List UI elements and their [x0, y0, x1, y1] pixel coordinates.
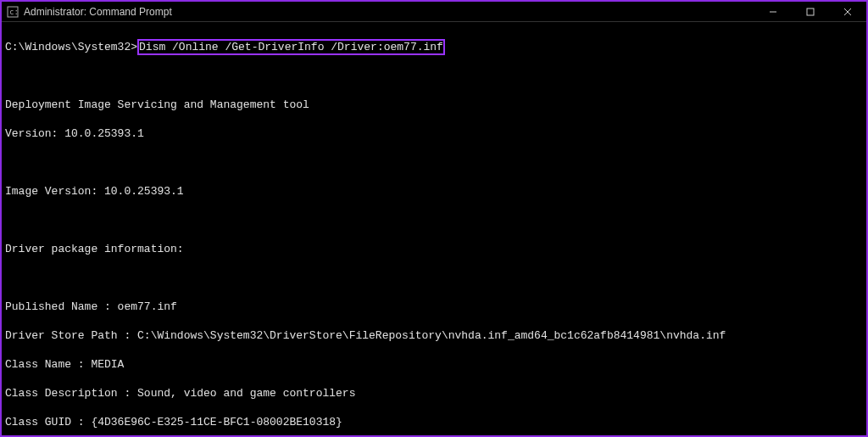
- window-titlebar: c:\ Administrator: Command Prompt: [2, 2, 866, 22]
- blank-line: [5, 271, 863, 285]
- tool-name: Deployment Image Servicing and Managemen…: [5, 98, 863, 112]
- minimize-button[interactable]: [754, 2, 792, 22]
- window-controls: [754, 2, 866, 22]
- tool-version: Version: 10.0.25393.1: [5, 126, 863, 141]
- close-button[interactable]: [829, 2, 866, 22]
- prompt-path: C:\Windows\System32>: [5, 41, 137, 53]
- window-title: Administrator: Command Prompt: [24, 6, 754, 18]
- published-name: Published Name : oem77.inf: [5, 300, 863, 314]
- image-version: Image Version: 10.0.25393.1: [5, 184, 863, 199]
- svg-text:c:\: c:\: [9, 8, 19, 16]
- class-guid: Class GUID : {4D36E96C-E325-11CE-BFC1-08…: [5, 415, 863, 429]
- blank-line: [5, 155, 863, 170]
- section-header: Driver package information:: [5, 242, 863, 256]
- terminal-output[interactable]: C:\Windows\System32>Dism /Online /Get-Dr…: [2, 22, 866, 437]
- blank-line: [5, 213, 863, 227]
- cmd-icon: c:\: [7, 6, 19, 18]
- driver-store-path: Driver Store Path : C:\Windows\System32\…: [5, 328, 863, 343]
- svg-rect-3: [807, 8, 814, 15]
- class-description: Class Description : Sound, video and gam…: [5, 386, 863, 401]
- command-highlight: Dism /Online /Get-DriverInfo /Driver:oem…: [137, 39, 445, 55]
- prompt-line: C:\Windows\System32>Dism /Online /Get-Dr…: [5, 40, 863, 54]
- class-name: Class Name : MEDIA: [5, 357, 863, 372]
- blank-line: [5, 69, 863, 83]
- maximize-button[interactable]: [792, 2, 829, 22]
